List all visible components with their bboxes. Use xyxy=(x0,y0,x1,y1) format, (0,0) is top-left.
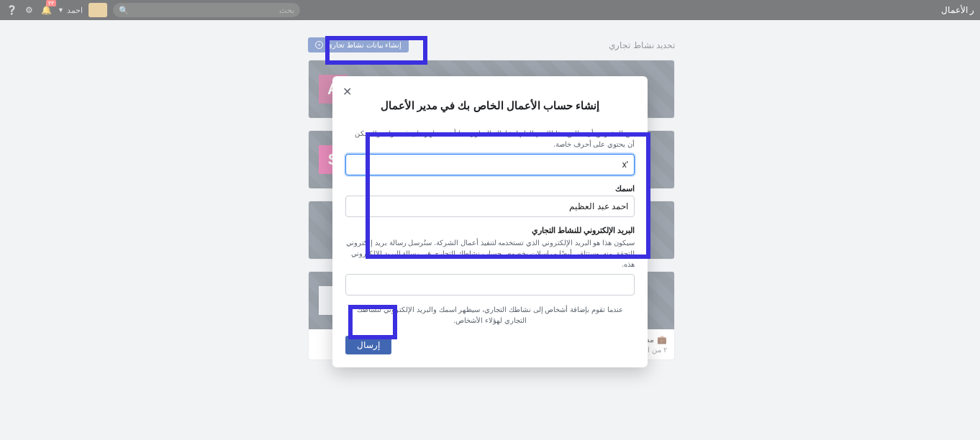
submit-button[interactable]: إرسال xyxy=(345,336,391,354)
your-name-label: اسمك xyxy=(345,184,635,193)
biz-name-help: من المفترض أن يطابق هذا الاسم العام لنشا… xyxy=(345,128,635,150)
modal-footer-note: عندما تقوم بإضافة أشخاص إلى نشاطك التجار… xyxy=(345,304,635,326)
business-email-input[interactable] xyxy=(345,274,635,295)
email-help: سيكون هذا هو البريد الإلكتروني الذي تستخ… xyxy=(345,237,635,270)
business-name-input[interactable] xyxy=(345,154,635,175)
create-business-modal: ✕ إنشاء حساب الأعمال الخاص بك في مدير ال… xyxy=(332,76,648,367)
close-icon[interactable]: ✕ xyxy=(342,85,352,98)
your-name-input[interactable] xyxy=(345,196,635,217)
modal-title: إنشاء حساب الأعمال الخاص بك في مدير الأع… xyxy=(345,99,635,112)
email-label: البريد الإلكتروني للنشاط التجاري xyxy=(345,226,635,235)
